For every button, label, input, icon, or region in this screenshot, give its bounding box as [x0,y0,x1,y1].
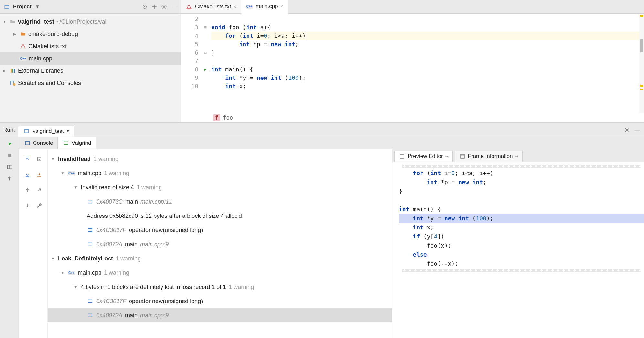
tree-label: CMakeLists.txt [28,43,67,50]
valgrind-tab[interactable]: Valgrind [58,137,96,149]
preview-editor[interactable]: for (int i=0; i<a; i++) int *p = new int… [392,162,644,338]
svg-rect-6 [12,69,13,73]
frame-icon [87,312,94,319]
vg-frame[interactable]: 0x40073C main main.cpp:11 [48,195,392,209]
tree-project-root[interactable]: ▼ valgrind_test ~/CLionProjects/val [0,16,181,28]
vg-frame[interactable]: 0x4C3017F operator new(unsigned long) [48,294,392,308]
hide-icon[interactable]: — [634,126,641,133]
scratches-icon [9,79,16,87]
expand-all-icon[interactable] [22,152,33,166]
vg-frame[interactable]: 0x40072A main main.cpp:9 [48,237,392,251]
svg-rect-15 [25,141,30,145]
breadcrumb[interactable]: f foo [181,113,644,122]
vg-frame[interactable]: 0x4C3017F operator new(unsigned long) [48,223,392,237]
export-icon[interactable] [34,167,45,182]
vg-info[interactable]: Address 0x5b82c90 is 12 bytes after a bl… [48,209,392,223]
pin-icon[interactable] [6,175,13,182]
tab-label: main.cpp [256,3,278,10]
gear-icon[interactable] [161,3,168,10]
vg-file[interactable]: ▼ C++ main.cpp 1 warning [48,166,392,180]
tab-main-cpp[interactable]: C++ main.cpp × [241,0,288,14]
code-line: for (int i=0; i<a; i++) [211,32,644,40]
svg-rect-24 [88,314,92,317]
collapse-all-icon[interactable] [22,167,33,182]
svg-rect-21 [88,229,92,232]
run-label: Run: [3,127,15,133]
svg-point-3 [144,6,145,7]
breadcrumb-label: foo [223,114,233,121]
vg-message[interactable]: ▼ Invalid read of size 4 1 warning [48,180,392,195]
project-title[interactable]: Project [13,4,32,10]
pin-icon[interactable]: ⇥ [445,154,449,159]
cmake-icon [185,3,192,10]
svg-rect-17 [38,157,41,161]
tree-cmakelists[interactable]: CMakeLists.txt [0,40,181,52]
gear-icon[interactable] [623,126,630,133]
preview-icon [399,153,406,160]
svg-rect-5 [11,69,12,73]
vg-file[interactable]: ▼ C++ main.cpp 1 warning [48,266,392,280]
svg-point-11 [626,129,628,131]
console-tab[interactable]: Console [19,137,58,149]
chevron-down-icon[interactable]: ▾ [34,3,41,10]
code-line-highlighted: int *y = new int (100); [399,214,644,223]
tree-label: main.cpp [29,55,52,62]
frame-info-tab[interactable]: Frame Information ⇥ [455,151,523,162]
valgrind-tree[interactable]: ▼ InvalidRead 1 warning ▼ C++ main.cpp 1… [48,149,392,338]
close-icon[interactable]: × [281,4,283,9]
code-line: int *p = new int; [211,40,644,48]
vg-category[interactable]: ▼ InvalidRead 1 warning [48,152,392,166]
tree-cmake-build[interactable]: ▶ cmake-build-debug [0,28,181,40]
tree-label: Scratches and Consoles [18,80,81,87]
close-icon[interactable]: × [66,128,69,134]
code-line: for (int i=0; i<a; i++) [399,169,644,178]
hide-icon[interactable]: — [170,3,177,10]
preview-editor-tab[interactable]: Preview Editor ⇥ [394,151,453,162]
tab-label: Preview Editor [408,153,443,160]
error-stripe[interactable] [639,14,644,113]
vg-frame[interactable]: 0x40072A main main.cpp:9 [48,308,392,322]
open-new-icon[interactable] [34,183,45,197]
tab-cmakelists[interactable]: CMakeLists.txt × [181,0,241,13]
svg-rect-25 [400,154,404,158]
run-config-icon [23,128,30,135]
collapse-icon[interactable] [151,3,158,10]
tree-scratches[interactable]: Scratches and Consoles [0,77,181,89]
svg-rect-26 [461,154,464,158]
code-line: int *p = new int; [399,178,644,187]
run-side-toolbar [0,137,19,338]
vg-category[interactable]: ▼ Leak_DefinitelyLost 1 warning [48,251,392,266]
project-icon [3,3,10,10]
code-line: void foo (int a){ [211,23,644,32]
valgrind-icon [62,140,69,147]
run-config-tab[interactable]: valgrind_test × [18,126,74,137]
tree-main-cpp[interactable]: C++ main.cpp [0,52,181,65]
close-icon[interactable]: × [234,4,236,9]
pin-icon[interactable]: ⇥ [515,154,518,159]
editor-tabbar: CMakeLists.txt × C++ main.cpp × [181,0,644,14]
cpp-icon: C++ [68,171,75,175]
tree-external-libs[interactable]: ▶ External Libraries [0,65,181,77]
code-line: int x; [211,82,644,90]
valgrind-toolbar [19,149,48,338]
line-gutter: 2 3 4 5 6 7 8 9 10 [181,14,202,113]
fold-divider [402,165,641,168]
run-config-name: valgrind_test [33,128,64,134]
rerun-icon[interactable] [6,140,13,147]
frame-info-icon [459,153,466,160]
svg-rect-20 [88,200,92,203]
next-icon[interactable] [22,198,33,213]
code-editor[interactable]: 2 3 4 5 6 7 8 9 10 ⊟⊟▶ void foo (int a){ [181,14,644,113]
layout-icon[interactable] [6,164,13,171]
library-icon [9,67,16,74]
autoscroll-icon[interactable] [34,152,45,166]
prev-icon[interactable] [22,183,33,197]
wrench-icon[interactable] [34,198,45,213]
code-line [211,15,644,23]
target-icon[interactable] [141,3,148,10]
code-line: if (y[4]) [399,232,644,241]
stop-icon[interactable] [6,152,13,159]
vg-message[interactable]: ▼ 4 bytes in 1 blocks are definitely los… [48,280,392,294]
frame-icon [87,198,94,205]
tab-label: Valgrind [71,140,91,146]
